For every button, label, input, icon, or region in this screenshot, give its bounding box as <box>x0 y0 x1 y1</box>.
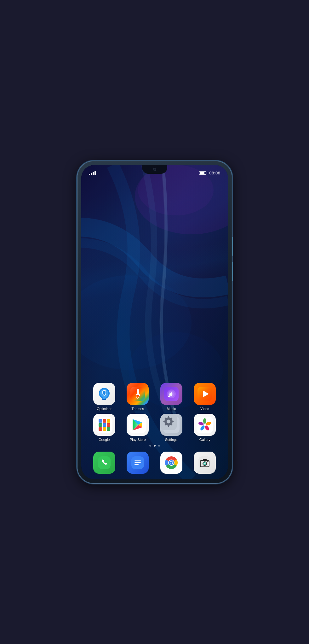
battery-indicator <box>199 171 207 175</box>
status-right-group: 08:08 <box>199 171 220 175</box>
dock-camera[interactable] <box>191 452 219 476</box>
page-dot-2[interactable] <box>154 445 156 447</box>
svg-rect-21 <box>103 423 106 427</box>
signal-indicator <box>89 171 96 175</box>
battery-fill <box>200 172 204 174</box>
svg-rect-40 <box>134 460 141 461</box>
optimiser-label: Optimiser <box>97 407 112 411</box>
svg-rect-41 <box>134 462 141 463</box>
notch <box>142 165 167 174</box>
signal-bar-2 <box>91 173 92 175</box>
svg-rect-23 <box>99 427 102 431</box>
app-grid: Optimiser <box>81 383 228 451</box>
gallery-label: Gallery <box>199 438 210 442</box>
optimiser-icon <box>93 383 115 405</box>
app-google[interactable]: Google <box>90 414 118 442</box>
camera-icon <box>194 452 216 474</box>
svg-point-32 <box>203 418 206 424</box>
music-icon: ♪ <box>160 383 182 405</box>
svg-point-54 <box>207 461 209 462</box>
svg-rect-6 <box>102 399 106 400</box>
music-label: Music <box>167 407 176 411</box>
playstore-icon <box>127 414 149 436</box>
dock-chrome[interactable] <box>157 452 186 476</box>
gallery-icon <box>194 414 216 436</box>
battery-body <box>199 171 206 175</box>
messages-icon <box>127 452 149 474</box>
signal-bar-3 <box>93 172 94 175</box>
front-camera <box>153 168 156 171</box>
signal-bar-1 <box>89 174 90 175</box>
playstore-label: Play Store <box>130 438 146 442</box>
phone-icon <box>93 452 115 474</box>
status-time: 08:08 <box>209 171 220 175</box>
svg-rect-22 <box>107 423 110 427</box>
volume-up-button[interactable] <box>232 237 233 256</box>
video-label: Video <box>200 407 209 411</box>
svg-rect-25 <box>107 427 110 431</box>
google-label: Google <box>99 438 110 442</box>
svg-rect-24 <box>103 427 106 431</box>
themes-icon <box>127 383 149 405</box>
svg-rect-18 <box>103 419 106 423</box>
app-playstore[interactable]: Play Store <box>123 414 152 442</box>
app-video[interactable]: Video <box>191 383 219 411</box>
app-row-2: Google <box>88 414 222 442</box>
page-dot-1[interactable] <box>149 445 151 447</box>
dock <box>88 451 222 476</box>
svg-rect-20 <box>99 423 102 427</box>
signal-bar-4 <box>94 171 96 175</box>
svg-rect-19 <box>107 419 110 423</box>
settings-icon <box>160 414 182 436</box>
chrome-icon <box>160 452 182 474</box>
svg-point-30 <box>167 419 170 423</box>
google-icon <box>93 414 115 436</box>
app-themes[interactable]: Themes <box>123 383 152 411</box>
svg-rect-42 <box>134 464 139 465</box>
app-music[interactable]: ♪ Music <box>157 383 186 411</box>
svg-rect-17 <box>99 419 102 423</box>
app-settings[interactable]: Settings <box>157 414 186 442</box>
themes-label: Themes <box>131 407 144 411</box>
dock-phone[interactable] <box>90 452 118 476</box>
app-row-1: Optimiser <box>88 383 222 411</box>
svg-point-49 <box>170 461 172 464</box>
phone-screen: 08:08 <box>81 165 228 479</box>
svg-text:♪: ♪ <box>170 390 173 397</box>
app-optimiser[interactable]: Optimiser <box>90 383 118 411</box>
video-icon <box>194 383 216 405</box>
dock-messages[interactable] <box>123 452 152 476</box>
settings-label: Settings <box>165 438 178 442</box>
battery-tip <box>207 172 207 174</box>
phone-device: 08:08 <box>77 161 232 483</box>
app-gallery[interactable]: Gallery <box>191 414 219 442</box>
volume-down-button[interactable] <box>232 262 233 281</box>
svg-point-37 <box>203 424 206 426</box>
page-dot-3[interactable] <box>158 445 160 447</box>
page-dots <box>88 445 222 447</box>
